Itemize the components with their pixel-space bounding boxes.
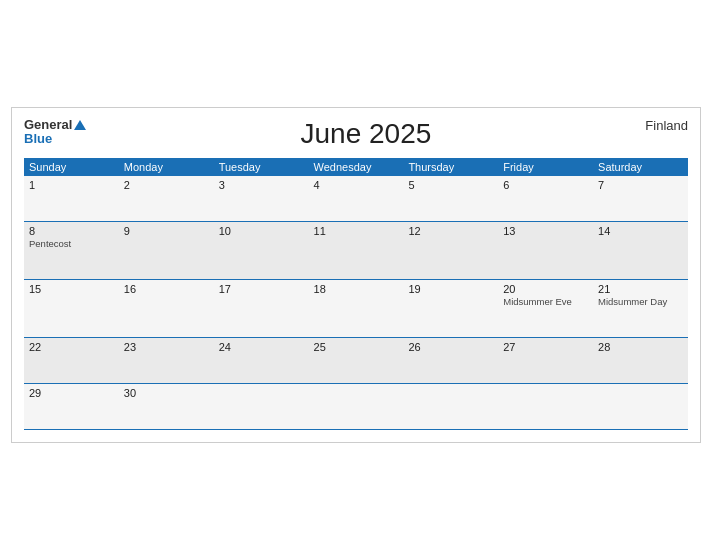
calendar-cell: 26 (403, 338, 498, 384)
calendar-cell: 29 (24, 384, 119, 430)
day-event: Pentecost (29, 238, 114, 249)
day-event: Midsummer Day (598, 296, 683, 307)
calendar-cell: 7 (593, 176, 688, 222)
calendar-cell (498, 384, 593, 430)
calendar-cell: 1 (24, 176, 119, 222)
calendar-cell (403, 384, 498, 430)
day-number: 23 (124, 341, 209, 353)
day-event: Midsummer Eve (503, 296, 588, 307)
calendar-cell: 14 (593, 222, 688, 280)
header-thursday: Thursday (403, 158, 498, 176)
day-number: 15 (29, 283, 114, 295)
calendar-header: General Blue June 2025 Finland (24, 118, 688, 150)
day-number: 1 (29, 179, 114, 191)
logo-triangle-icon (74, 120, 86, 130)
day-number: 3 (219, 179, 304, 191)
day-number: 21 (598, 283, 683, 295)
day-number: 7 (598, 179, 683, 191)
day-number: 16 (124, 283, 209, 295)
day-number: 6 (503, 179, 588, 191)
calendar-cell: 11 (309, 222, 404, 280)
day-number: 20 (503, 283, 588, 295)
logo-blue: Blue (24, 132, 52, 146)
day-number: 26 (408, 341, 493, 353)
calendar-cell (309, 384, 404, 430)
calendar-cell: 6 (498, 176, 593, 222)
weekday-header-row: Sunday Monday Tuesday Wednesday Thursday… (24, 158, 688, 176)
header-sunday: Sunday (24, 158, 119, 176)
day-number: 30 (124, 387, 209, 399)
calendar-country: Finland (645, 118, 688, 133)
day-number: 22 (29, 341, 114, 353)
day-number: 14 (598, 225, 683, 237)
week-row-5: 2930 (24, 384, 688, 430)
header-monday: Monday (119, 158, 214, 176)
calendar-cell: 20Midsummer Eve (498, 280, 593, 338)
day-number: 4 (314, 179, 399, 191)
day-number: 28 (598, 341, 683, 353)
calendar-title: June 2025 (300, 118, 431, 150)
header-friday: Friday (498, 158, 593, 176)
calendar-cell (214, 384, 309, 430)
calendar-cell: 3 (214, 176, 309, 222)
day-number: 12 (408, 225, 493, 237)
calendar-cell: 30 (119, 384, 214, 430)
logo: General Blue (24, 118, 86, 147)
calendar-cell: 17 (214, 280, 309, 338)
calendar-cell: 2 (119, 176, 214, 222)
calendar-cell: 12 (403, 222, 498, 280)
calendar-cell: 5 (403, 176, 498, 222)
day-number: 11 (314, 225, 399, 237)
day-number: 27 (503, 341, 588, 353)
calendar-cell: 28 (593, 338, 688, 384)
calendar-cell: 25 (309, 338, 404, 384)
day-number: 2 (124, 179, 209, 191)
day-number: 25 (314, 341, 399, 353)
calendar-cell: 27 (498, 338, 593, 384)
calendar-cell: 9 (119, 222, 214, 280)
week-row-4: 22232425262728 (24, 338, 688, 384)
day-number: 19 (408, 283, 493, 295)
day-number: 17 (219, 283, 304, 295)
calendar-cell: 21Midsummer Day (593, 280, 688, 338)
calendar-cell: 23 (119, 338, 214, 384)
calendar-cell: 22 (24, 338, 119, 384)
day-number: 13 (503, 225, 588, 237)
header-wednesday: Wednesday (309, 158, 404, 176)
day-number: 9 (124, 225, 209, 237)
calendar-cell: 4 (309, 176, 404, 222)
calendar-cell: 10 (214, 222, 309, 280)
day-number: 5 (408, 179, 493, 191)
calendar-cell: 18 (309, 280, 404, 338)
calendar-cell: 24 (214, 338, 309, 384)
calendar-cell: 16 (119, 280, 214, 338)
calendar-container: General Blue June 2025 Finland Sunday Mo… (11, 107, 701, 443)
calendar-body: 12345678Pentecost91011121314151617181920… (24, 176, 688, 430)
calendar-cell (593, 384, 688, 430)
week-row-2: 8Pentecost91011121314 (24, 222, 688, 280)
header-saturday: Saturday (593, 158, 688, 176)
calendar-cell: 8Pentecost (24, 222, 119, 280)
calendar-cell: 13 (498, 222, 593, 280)
day-number: 8 (29, 225, 114, 237)
header-tuesday: Tuesday (214, 158, 309, 176)
calendar-thead: Sunday Monday Tuesday Wednesday Thursday… (24, 158, 688, 176)
day-number: 18 (314, 283, 399, 295)
week-row-1: 1234567 (24, 176, 688, 222)
calendar-cell: 15 (24, 280, 119, 338)
week-row-3: 151617181920Midsummer Eve21Midsummer Day (24, 280, 688, 338)
day-number: 29 (29, 387, 114, 399)
calendar-cell: 19 (403, 280, 498, 338)
calendar-table: Sunday Monday Tuesday Wednesday Thursday… (24, 158, 688, 430)
day-number: 24 (219, 341, 304, 353)
day-number: 10 (219, 225, 304, 237)
logo-general: General (24, 118, 86, 132)
